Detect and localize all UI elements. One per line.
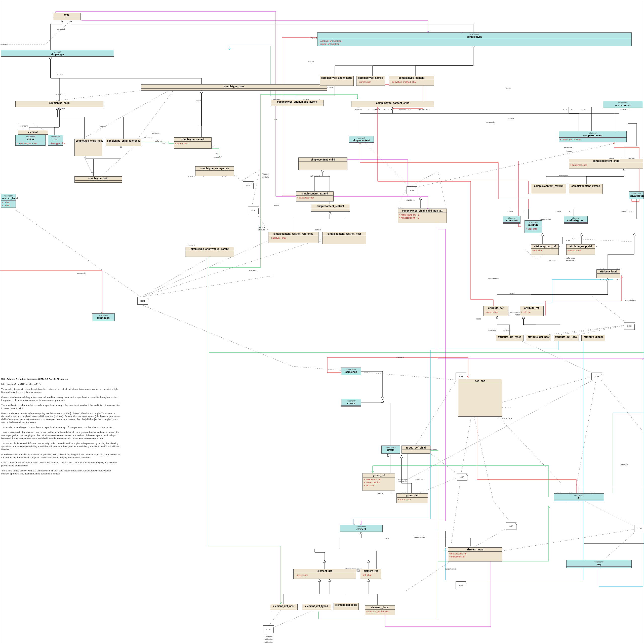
mult-label: 1..* <box>163 142 166 144</box>
role-label: +child <box>274 205 279 207</box>
class-complextype_anonymous_parent: complextype_anonymous_parent <box>271 100 324 106</box>
role-label: +parent <box>373 108 380 110</box>
mult-label: 0..1 <box>426 108 430 110</box>
mult-label: 1 <box>210 244 211 246</box>
class-simpletype: «element»simpletype <box>1 50 114 57</box>
class-sequence: «element»sequence <box>341 368 361 375</box>
class-restriction: «element»restriction <box>92 313 115 321</box>
mult-label: 0..* <box>629 211 632 213</box>
role-label: +based <box>258 226 265 228</box>
role-label: +child <box>581 108 586 110</box>
class-all: «element»all <box>554 493 604 501</box>
role-label: +child <box>502 406 507 409</box>
role-label: source <box>57 73 63 75</box>
class-simpletype_both: simpletype_both <box>74 176 122 183</box>
role-label: element <box>396 356 404 359</box>
role-label: instantiation <box>445 568 456 570</box>
class-simpletype_anonymous_parent: simpletype_anonymous_parent <box>185 247 234 257</box>
xor-note: XOR <box>137 297 148 305</box>
role-label: +referent <box>154 140 162 142</box>
class-element_def: element_def+ name: char <box>293 569 356 579</box>
role-label: +child <box>327 86 332 89</box>
mult-label: 0..1 <box>411 199 415 201</box>
class-choice: «element»choice <box>341 399 361 407</box>
role-label: element <box>621 464 628 466</box>
role-label: +child <box>388 108 393 110</box>
role-label: +attribute <box>151 132 160 134</box>
class-element_def_typed: element_def_typed <box>302 604 331 610</box>
role-label: scope <box>196 100 202 102</box>
class-simplecontent_restrict_nest: simplecontent_restrict_nest <box>322 232 366 244</box>
role-label: «instance» <box>263 635 273 637</box>
mult-label: 0..1 <box>627 108 630 110</box>
role-label: +based <box>566 150 572 152</box>
role-label: +attribute <box>566 259 574 262</box>
class-complextype_content_child: complextype_content_child <box>351 101 434 107</box>
xor-note: XOR <box>248 207 259 214</box>
class-attributegroup: «element»attributegroup <box>564 216 588 224</box>
class-attribute_ref: attribute_ref+ ref: char <box>520 306 544 316</box>
role-label: complexity <box>77 272 87 274</box>
mult-label: 1 <box>508 314 509 316</box>
class-complextype_anonymous: complextype_anonymous <box>320 76 354 86</box>
mult-label: 0..1 <box>571 108 575 110</box>
xor-note: XOR <box>562 237 573 244</box>
role-label: element <box>20 125 27 127</box>
role-label: «attribute» <box>263 638 273 640</box>
xor-note: XOR <box>624 322 635 330</box>
role-label: +referent <box>547 259 555 261</box>
class-element_def_local: element_def_local <box>334 603 359 610</box>
class-attributegroup_ref: attributegroup_ref+ ref: char <box>531 244 559 255</box>
role-label: complexity <box>486 121 495 123</box>
role-label: +reference <box>142 136 152 138</box>
role-label: content <box>100 126 106 128</box>
mult-label: 1 <box>368 108 369 110</box>
class-complextype: «element»complextype+ abstract_yn: boole… <box>317 32 632 46</box>
class-complextype_child_child_non_att: complextype_child_child_non_att+ maxoccu… <box>398 209 447 223</box>
class-list: «element»list+ itemtype: char <box>48 135 63 146</box>
role-label: +attribute <box>261 176 269 178</box>
role-label: +based <box>262 173 268 175</box>
class-complexcontent_restrict: complexcontent_restrict <box>531 184 566 194</box>
class-attribute_def_nest: attribute_def_nest <box>526 335 551 341</box>
mult-label: 1 <box>65 93 66 96</box>
role-label: restring <box>1 43 8 45</box>
class-union: «element»union+ membertype: char <box>15 135 46 146</box>
class-attribute_def_local: attribute_def_local <box>554 335 579 341</box>
role-label: +parent <box>376 492 383 494</box>
class-complexcontent_extend: complexcontent_extend <box>569 184 603 194</box>
class-simpletype_user: simpletype_user <box>141 84 327 91</box>
mult-label: 1 <box>524 211 525 213</box>
class-restrict_facet: «element»restrict_facet+ : char+ : char <box>1 194 16 208</box>
role-label: +child <box>620 108 626 110</box>
role-label: +type <box>310 37 315 39</box>
class-attribute_def_typed: attribute_def_typed <box>496 335 524 341</box>
class-element_local: element_local+ maxoccurs: int+ minoccurs… <box>448 547 502 561</box>
role-label: +child <box>506 87 511 89</box>
role-label: complexity <box>57 28 66 30</box>
role-label: scope <box>308 61 314 63</box>
role-label: +attribute <box>564 146 572 149</box>
class-complextype_content: complextype_content+ derivation_method: … <box>389 76 434 86</box>
class-group_ref: group_ref+ maxoccurs: int+ minoccurs: in… <box>363 473 395 491</box>
diagram-canvas: XOR XOR XOR XOR XOR XOR XOR XOR XOR XOR … <box>0 0 644 644</box>
class-anyattribute: «element»anyattribute <box>629 191 644 199</box>
connector-layer <box>0 0 644 644</box>
role-label: +referent <box>415 478 423 480</box>
class-seq_cho: seq_cho <box>458 379 502 417</box>
role-label: content <box>503 329 509 331</box>
class-extension: «element»extension <box>503 216 520 224</box>
role-label: +instance <box>488 329 496 331</box>
mult-label: 1 <box>395 108 396 110</box>
role-label: instantiation <box>540 218 551 220</box>
xor-note: XOR <box>457 473 467 481</box>
role-label: element <box>249 269 256 272</box>
mult-label: 0..* <box>332 86 335 89</box>
role-label: +child <box>59 107 65 110</box>
class-opencontent: «element»opencontent <box>603 101 643 108</box>
class-attribute: «element»attribute+ use: char <box>525 220 542 233</box>
role-label: +parent <box>188 175 194 178</box>
mult-label: 0..* <box>617 278 620 280</box>
class-element_global: element_global+ abstract_yn: boolean <box>365 605 395 615</box>
role-label: +child <box>405 199 411 201</box>
